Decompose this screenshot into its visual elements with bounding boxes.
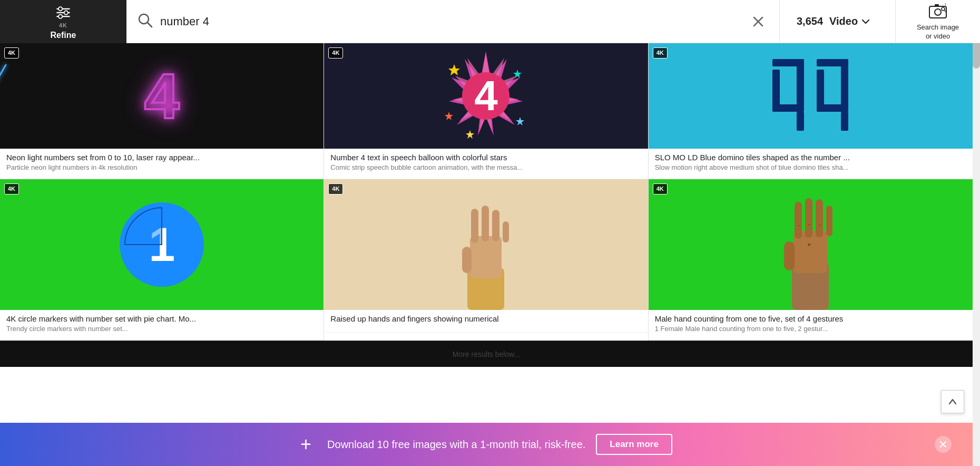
item-subtitle-3: Slow motion right above medium shot of b…	[655, 163, 966, 171]
svg-rect-36	[462, 247, 472, 273]
svg-point-3	[58, 7, 62, 11]
svg-line-14	[945, 10, 946, 12]
refine-button[interactable]: 4K Refine	[0, 0, 126, 43]
svg-marker-21	[445, 112, 453, 120]
item-title-2: Number 4 text in speech balloon with col…	[330, 153, 641, 162]
results-info: 3,654 Video	[780, 0, 896, 43]
svg-marker-22	[516, 117, 524, 125]
results-grid: 4 4K Neon light numbers set from 0 to 10…	[0, 43, 973, 341]
svg-rect-40	[503, 221, 509, 242]
item-subtitle-6: 1 Female Male hand counting from one to …	[655, 325, 966, 333]
svg-rect-46	[816, 199, 823, 237]
item-subtitle-4: Trendy circle markers with number set...	[6, 325, 317, 333]
camera-search-icon: ↑	[928, 2, 947, 21]
svg-marker-23	[466, 130, 474, 139]
svg-point-11	[935, 9, 941, 15]
thumbnail-3: 4K	[649, 43, 973, 149]
svg-rect-27	[797, 59, 804, 112]
svg-rect-43	[784, 241, 795, 270]
starburst-graphic: 4	[438, 48, 533, 143]
banner-text: Download 10 free images with a 1-month t…	[327, 439, 585, 451]
grid-item-5[interactable]: 4K Raised up hands and fingers showing n…	[324, 179, 648, 341]
grid-item-2[interactable]: 4 4K Number 4 text in speech balloon wit…	[324, 43, 648, 179]
refine-icon	[54, 3, 73, 22]
badge-4k-4: 4K	[4, 183, 19, 195]
search-bar	[126, 0, 780, 43]
pie-chart-svg	[120, 202, 204, 287]
partial-row-preview: More results below...	[0, 341, 973, 367]
domino-four-svg	[767, 54, 809, 138]
search-image-label: Search image or video	[917, 23, 959, 41]
badge-4k-5: 4K	[328, 183, 343, 195]
thumbnail-5: 4K	[324, 179, 648, 310]
svg-rect-47	[826, 206, 832, 236]
hand-svg	[444, 183, 528, 310]
domino-four-2-svg	[811, 54, 854, 138]
header: 4K Refine 3,654 Video	[0, 0, 980, 43]
close-icon	[939, 440, 947, 449]
thumbnail-6: ✦ 4K	[649, 179, 973, 310]
item-info-3: SLO MO LD Blue domino tiles shaped as th…	[649, 149, 973, 179]
four-k-badge-refine: 4K	[59, 22, 67, 28]
item-info-1: Neon light numbers set from 0 to 10, las…	[0, 149, 324, 179]
item-subtitle-2: Comic strip speech bubble cartoon animat…	[330, 163, 641, 171]
svg-rect-37	[471, 209, 478, 243]
svg-rect-28	[797, 112, 804, 131]
grid-item-6[interactable]: ✦ 4K Male hand counting from one to five…	[649, 179, 973, 341]
scrollbar[interactable]	[973, 0, 980, 466]
search-icon	[137, 12, 154, 31]
badge-4k-3: 4K	[653, 47, 668, 59]
neon-line	[0, 64, 7, 102]
neon-four-graphic: 4	[144, 60, 180, 132]
item-info-6: Male hand counting from one to five, set…	[649, 310, 973, 341]
svg-rect-12	[935, 4, 939, 7]
svg-rect-39	[492, 210, 499, 241]
svg-rect-32	[841, 59, 848, 112]
item-info-5: Raised up hands and fingers showing nume…	[324, 310, 648, 333]
banner-close-button[interactable]	[935, 436, 952, 453]
item-info-2: Number 4 text in speech balloon with col…	[324, 149, 648, 179]
promo-banner: + Download 10 free images with a 1-month…	[0, 423, 973, 466]
circle-marker-graphic: 1	[120, 202, 204, 287]
refine-label: Refine	[51, 31, 76, 40]
item-title-6: Male hand counting from one to five, set…	[655, 314, 966, 323]
scroll-top-button[interactable]	[941, 390, 964, 413]
search-image-button[interactable]: ↑ Search image or video	[896, 0, 980, 43]
item-title-5: Raised up hands and fingers showing nume…	[330, 314, 641, 323]
badge-4k-1: 4K	[4, 47, 19, 59]
item-info-4: 4K circle markers with number set with p…	[0, 310, 324, 341]
grid-item-3[interactable]: 4K SLO MO LD Blue domino tiles shaped as…	[649, 43, 973, 179]
svg-text:✦: ✦	[806, 241, 811, 248]
video-dropdown[interactable]: Video	[829, 15, 870, 27]
domino-graphic	[767, 54, 854, 138]
item-title-1: Neon light numbers set from 0 to 10, las…	[6, 153, 317, 162]
search-input[interactable]	[160, 15, 748, 28]
svg-point-4	[64, 11, 68, 14]
thumbnail-1: 4 4K	[0, 43, 324, 149]
results-count: 3,654	[797, 15, 823, 27]
video-label: Video	[829, 15, 858, 27]
svg-rect-38	[482, 206, 489, 241]
svg-line-7	[148, 23, 152, 27]
partial-row-label: More results below...	[453, 350, 520, 358]
svg-rect-45	[805, 198, 812, 238]
thumbnail-4: 1 4K	[0, 179, 324, 310]
svg-marker-19	[448, 64, 460, 75]
svg-point-5	[58, 14, 62, 18]
chevron-up-icon	[947, 396, 958, 407]
plus-icon: +	[300, 433, 311, 455]
male-hand-svg: ✦	[768, 183, 852, 310]
item-title-4: 4K circle markers with number set with p…	[6, 314, 317, 323]
learn-more-button[interactable]: Learn more	[596, 434, 672, 455]
svg-text:↑: ↑	[944, 2, 947, 7]
chevron-down-icon	[861, 17, 870, 26]
clear-button[interactable]	[748, 11, 769, 32]
grid-item-1[interactable]: 4 4K Neon light numbers set from 0 to 10…	[0, 43, 324, 179]
item-subtitle-1: Particle neon light numbers in 4k resolu…	[6, 163, 317, 171]
svg-rect-10	[929, 6, 946, 18]
starburst-number: 4	[474, 72, 498, 120]
svg-rect-33	[841, 112, 848, 131]
thumbnail-2: 4 4K	[324, 43, 648, 149]
grid-item-4[interactable]: 1 4K 4K circle markers with number set w…	[0, 179, 324, 341]
item-title-3: SLO MO LD Blue domino tiles shaped as th…	[655, 153, 966, 162]
